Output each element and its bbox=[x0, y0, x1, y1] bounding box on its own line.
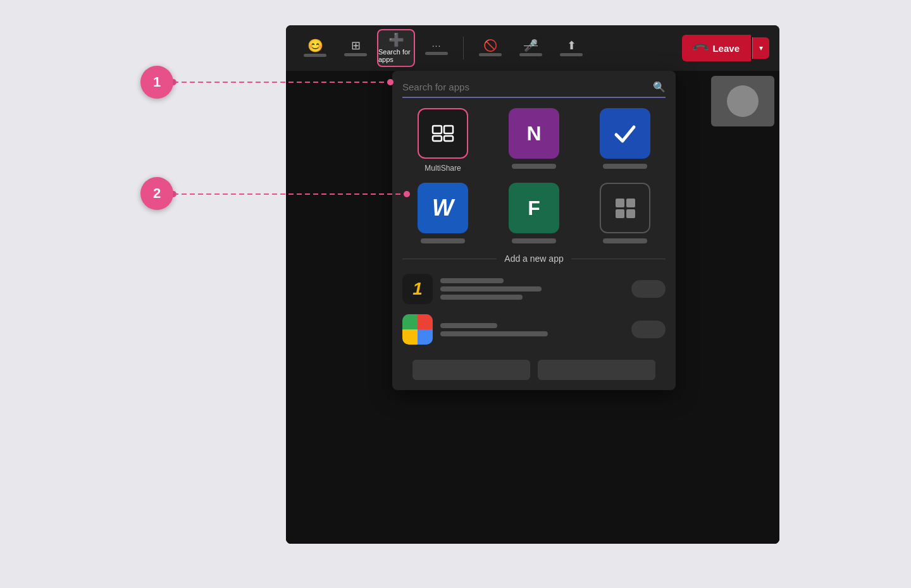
emoji-label-bar bbox=[304, 54, 326, 57]
more-apps-label-bar bbox=[603, 238, 647, 243]
multishare-label: MultiShare bbox=[425, 164, 461, 173]
app-item-word[interactable]: W bbox=[402, 183, 483, 243]
grid-sq-1 bbox=[616, 199, 624, 207]
app2-desc-bar bbox=[440, 331, 548, 336]
more-icon: ··· bbox=[432, 41, 442, 50]
grid-button[interactable]: ⊞ bbox=[337, 29, 375, 67]
annotation-number-2: 2 bbox=[153, 185, 161, 202]
whiteboard-svg-icon bbox=[609, 117, 641, 150]
leave-label: Leave bbox=[712, 43, 740, 54]
participant-thumbnail bbox=[711, 76, 774, 126]
add-app-section: Add a new app 1 bbox=[392, 254, 676, 380]
mic-button[interactable]: 🎤 bbox=[512, 29, 550, 67]
search-bar: 🔍 bbox=[392, 71, 676, 98]
teams-window: 😊 ⊞ ➕ Search for apps ··· 🚫 🎤 bbox=[286, 25, 779, 544]
more-apps-grid-icon bbox=[613, 196, 638, 221]
multishare-icon-wrapper bbox=[418, 108, 468, 159]
svg-rect-3 bbox=[444, 136, 453, 141]
leave-button-group: 📞 Leave ▾ bbox=[682, 35, 769, 61]
grid-sq-3 bbox=[616, 209, 624, 218]
app1-tag-bar bbox=[440, 295, 523, 300]
annotation-bubble-1: 1 bbox=[140, 66, 173, 99]
toolbar: 😊 ⊞ ➕ Search for apps ··· 🚫 🎤 bbox=[286, 25, 779, 71]
svg-rect-0 bbox=[433, 126, 442, 133]
word-label-bar bbox=[421, 238, 465, 243]
forms-f-icon: F bbox=[528, 197, 540, 220]
phone-icon: 📞 bbox=[691, 38, 710, 58]
app1-desc-bar bbox=[440, 286, 542, 291]
apps-button[interactable]: ➕ Search for apps bbox=[377, 29, 415, 67]
app-item-more[interactable] bbox=[585, 183, 666, 243]
new-app-info-1 bbox=[440, 278, 624, 300]
more-button[interactable]: ··· bbox=[418, 29, 456, 67]
bottom-bar-btn-1[interactable] bbox=[412, 360, 530, 380]
app-item-forms[interactable]: F bbox=[493, 183, 574, 243]
add-app-divider: Add a new app bbox=[402, 254, 666, 264]
share-button[interactable]: ⬆ bbox=[552, 29, 590, 67]
divider-line-right bbox=[571, 259, 666, 259]
app2-colorwheel-icon bbox=[402, 314, 433, 345]
share-label-bar bbox=[560, 53, 583, 56]
multishare-svg-icon bbox=[428, 118, 458, 149]
camera-off-icon: 🚫 bbox=[483, 40, 497, 51]
emoji-icon: 😊 bbox=[307, 39, 323, 52]
chevron-down-icon: ▾ bbox=[759, 44, 763, 52]
app-item-onenote[interactable]: N bbox=[493, 108, 574, 173]
share-icon: ⬆ bbox=[567, 40, 576, 51]
camera-label-bar bbox=[479, 53, 502, 56]
camera-button[interactable]: 🚫 bbox=[471, 29, 509, 67]
add-app-label: Add a new app bbox=[504, 254, 563, 264]
onenote-icon-wrapper: N bbox=[509, 108, 559, 159]
whiteboard-label-bar bbox=[603, 164, 647, 169]
add-app2-button[interactable] bbox=[631, 321, 666, 338]
leave-button[interactable]: 📞 Leave bbox=[682, 35, 751, 61]
more-apps-icon-wrapper bbox=[600, 183, 650, 233]
new-app-info-2 bbox=[440, 323, 624, 336]
new-app-icon-1: 1 bbox=[402, 274, 433, 304]
onenote-n-icon: N bbox=[526, 122, 541, 145]
grid-sq-2 bbox=[626, 199, 635, 207]
annotation-bubble-2: 2 bbox=[140, 177, 173, 210]
svg-rect-1 bbox=[444, 126, 453, 133]
new-app-icon-2 bbox=[402, 314, 433, 345]
mic-label-bar bbox=[519, 53, 542, 56]
grid-label-bar bbox=[344, 53, 367, 56]
leave-chevron-button[interactable]: ▾ bbox=[752, 37, 769, 59]
add-app1-button[interactable] bbox=[631, 280, 666, 298]
emoji-button[interactable]: 😊 bbox=[296, 29, 334, 67]
app1-name-bar bbox=[440, 278, 504, 283]
search-icon: 🔍 bbox=[653, 81, 666, 93]
bottom-bar bbox=[402, 355, 666, 380]
participant-avatar bbox=[727, 85, 759, 117]
mic-off-icon: 🎤 bbox=[524, 40, 538, 51]
grid-sq-4 bbox=[626, 209, 635, 218]
annotation-number-1: 1 bbox=[153, 74, 161, 90]
bottom-bar-btn-2[interactable] bbox=[538, 360, 655, 380]
new-app-item-2[interactable] bbox=[402, 314, 666, 345]
app2-name-bar bbox=[440, 323, 497, 328]
new-app-item-1[interactable]: 1 bbox=[402, 274, 666, 304]
toolbar-divider bbox=[463, 37, 464, 59]
more-label-bar bbox=[425, 52, 448, 55]
grid-icon: ⊞ bbox=[351, 40, 361, 51]
svg-rect-2 bbox=[433, 136, 442, 141]
search-input-wrapper: 🔍 bbox=[402, 81, 666, 98]
word-w-icon: W bbox=[432, 195, 454, 221]
apps-plus-icon: ➕ bbox=[388, 34, 404, 46]
onenote-label-bar bbox=[512, 164, 556, 169]
whiteboard-icon-wrapper bbox=[600, 108, 650, 159]
app-item-whiteboard[interactable] bbox=[585, 108, 666, 173]
apps-grid: MultiShare N W bbox=[392, 108, 676, 254]
forms-label-bar bbox=[512, 238, 556, 243]
forms-icon-wrapper: F bbox=[509, 183, 559, 233]
app-item-multishare[interactable]: MultiShare bbox=[402, 108, 483, 173]
app1-digit-icon: 1 bbox=[412, 279, 423, 299]
search-input[interactable] bbox=[402, 82, 653, 92]
apps-button-label: Search for apps bbox=[378, 48, 414, 63]
word-icon-wrapper: W bbox=[418, 183, 468, 233]
apps-panel: 🔍 MultiShare N bbox=[392, 71, 676, 390]
divider-line-left bbox=[402, 259, 497, 259]
